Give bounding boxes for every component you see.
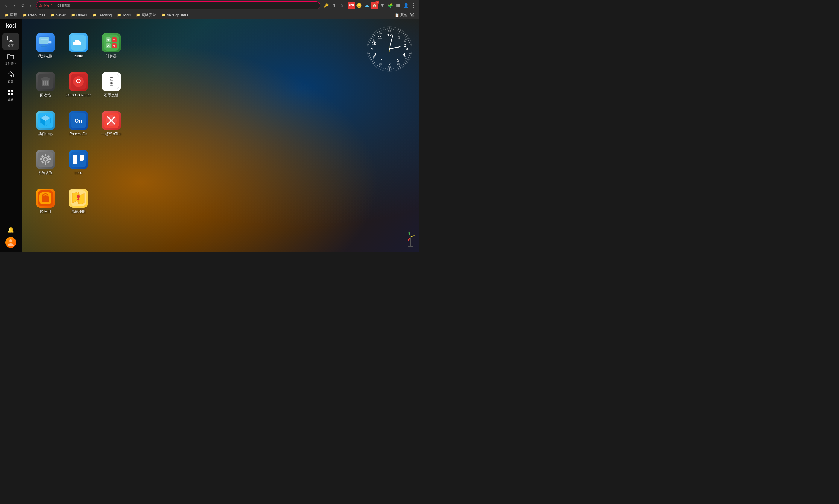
svg-line-121 [369, 42, 371, 43]
svg-line-114 [370, 57, 371, 58]
bookmark-develop[interactable]: 📁 developUntils [159, 12, 191, 18]
tablet-icon[interactable]: ▦ [394, 2, 401, 9]
app-plugin[interactable]: 插件中心 [31, 106, 61, 142]
svg-text:10: 10 [404, 39, 406, 42]
app-shimo[interactable]: 石 墨 石墨文档 [96, 67, 126, 103]
svg-line-110 [375, 64, 376, 65]
svg-line-104 [387, 69, 388, 71]
amap-icon [69, 188, 88, 208]
svg-point-71 [77, 195, 80, 198]
windmill-icon [405, 231, 416, 248]
back-button[interactable]: ‹ [2, 2, 10, 9]
amap-label: 高德地图 [71, 210, 86, 214]
dropdown-ext[interactable]: ▼ [379, 2, 386, 9]
app-recycle[interactable]: 回收站 [31, 67, 61, 103]
bookmark-apps[interactable]: 📁 应用 [2, 12, 20, 19]
svg-line-87 [409, 47, 411, 47]
svg-rect-11 [41, 46, 47, 47]
forward-button[interactable]: › [11, 2, 18, 9]
bookmark-sever[interactable]: 📁 Sever [48, 12, 68, 18]
mycomputer-label: 我的电脑 [38, 54, 53, 59]
user-icon[interactable]: 👤 [402, 2, 409, 9]
calc-label: 计算器 [106, 54, 117, 59]
extensions-area: ABP 😊 ☁ 🏠 3 ▼ 🧩 ▦ 👤 ⋮ [348, 2, 417, 9]
svg-line-131 [385, 28, 386, 30]
sidebar-item-filemanager[interactable]: 文件管理 [2, 51, 19, 68]
cloud-extension[interactable]: ☁ [363, 2, 371, 9]
trello-label: trello [74, 171, 82, 176]
svg-text:5: 5 [398, 32, 400, 35]
share-button[interactable]: ⬆ [330, 2, 338, 9]
app-calc[interactable]: + − × ÷ 计算器 [96, 28, 126, 64]
app-grid: 我的电脑 icloud + [28, 25, 129, 252]
bookmark-resources[interactable]: 📁 Resources [20, 12, 48, 18]
sidebar-more-label: 更多 [8, 97, 14, 102]
qingyingyong-icon [36, 188, 55, 208]
sidebar-item-more[interactable]: 更多 [2, 87, 19, 104]
app-qingyingyong[interactable]: 轻应用 [31, 183, 61, 219]
svg-line-132 [387, 27, 388, 29]
sidebar-item-desktop[interactable]: 桌面 [2, 33, 19, 50]
address-bar[interactable]: ⚠ 不安全 | desktop [36, 1, 320, 9]
svg-rect-66 [42, 196, 49, 202]
bookmark-learning[interactable]: 📁 Learning [90, 12, 114, 18]
svg-line-95 [404, 62, 406, 64]
svg-text:55: 55 [379, 32, 382, 35]
shimo-label: 石墨文档 [104, 93, 119, 98]
svg-rect-10 [42, 44, 45, 46]
svg-text:30: 30 [388, 66, 391, 69]
svg-rect-17 [104, 35, 119, 51]
app-amap[interactable]: 高德地图 [64, 183, 93, 219]
folder-icon: 📁 [5, 13, 9, 17]
puzzle-icon[interactable]: 🧩 [387, 2, 394, 9]
ext1-icon[interactable]: 🏠 3 [371, 2, 378, 9]
svg-text:6: 6 [388, 61, 391, 66]
sidebar-logo: kod [6, 22, 16, 29]
app-settings[interactable]: 系统设置 [31, 145, 61, 181]
svg-line-82 [406, 36, 407, 37]
bookmark-others[interactable]: 📁 Others [69, 12, 89, 18]
folder-icon: 📁 [117, 13, 121, 17]
app-icloud[interactable]: icloud [64, 28, 93, 64]
svg-rect-54 [45, 162, 46, 165]
emoji-extension[interactable]: 😊 [356, 2, 363, 9]
svg-line-90 [409, 53, 411, 54]
app-officeconv[interactable]: O OfficeConverter [64, 67, 93, 103]
password-button[interactable]: 🔑 [323, 2, 330, 9]
officeconv-label: OfficeConverter [66, 93, 91, 98]
icloud-icon [69, 33, 88, 52]
app-yiqixie[interactable]: 一起写 office [96, 106, 126, 142]
svg-line-77 [398, 29, 398, 31]
user-avatar[interactable] [5, 237, 16, 248]
svg-line-116 [368, 53, 371, 54]
abp-extension[interactable]: ABP [348, 2, 355, 9]
svg-text:1: 1 [398, 35, 400, 40]
bookmark-other-bookmarks[interactable]: 📋 其他书签 [392, 12, 417, 19]
svg-text:25: 25 [397, 62, 400, 65]
svg-text:35: 35 [379, 62, 382, 65]
app-trello[interactable]: trello [64, 145, 93, 181]
yiqixie-label: 一起写 office [101, 132, 121, 137]
sidebar-item-home[interactable]: 官网 [2, 69, 19, 86]
menu-icon[interactable]: ⋮ [410, 2, 417, 9]
svg-line-76 [396, 29, 396, 31]
svg-rect-53 [45, 154, 46, 156]
bookmark-button[interactable]: ☆ [338, 2, 345, 9]
bookmark-tools[interactable]: 📁 Tools [115, 12, 133, 18]
svg-point-7 [9, 239, 12, 242]
bookmark-network-security[interactable]: 📁 网络安全 [134, 12, 158, 19]
app-mycomputer[interactable]: 我的电脑 [31, 28, 61, 64]
app-processon[interactable]: On ProcessOn [64, 106, 93, 142]
folder-icon: 📁 [23, 13, 27, 17]
svg-line-108 [379, 65, 381, 68]
svg-line-102 [392, 69, 392, 71]
refresh-button[interactable]: ↻ [19, 2, 26, 9]
notification-bell[interactable]: 🔔 [2, 224, 19, 236]
home-icon [7, 71, 14, 78]
home-button[interactable]: ⌂ [28, 2, 35, 9]
svg-text:60: 60 [388, 30, 391, 32]
svg-line-101 [394, 69, 394, 71]
svg-line-92 [408, 57, 409, 58]
desktop-icon [7, 36, 14, 42]
svg-text:4: 4 [403, 52, 405, 57]
